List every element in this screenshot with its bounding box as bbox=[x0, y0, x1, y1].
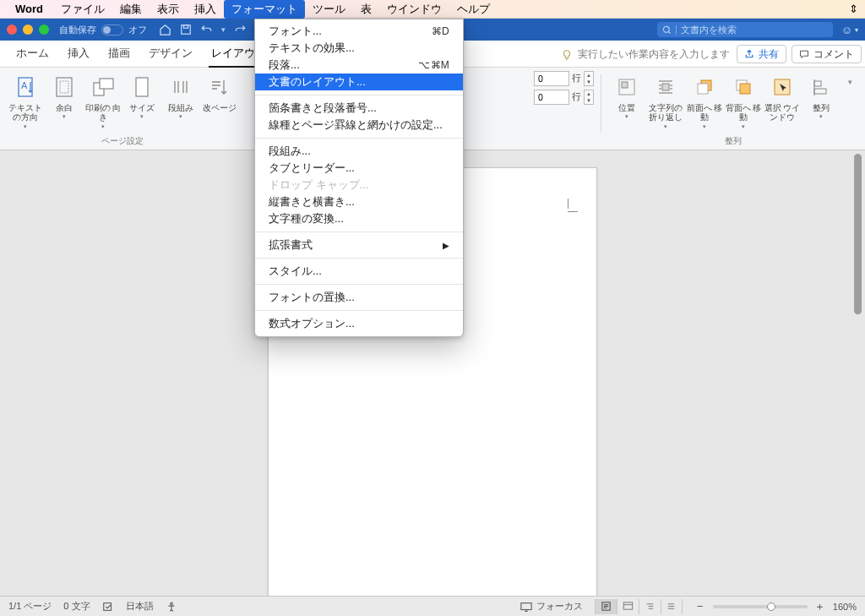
breaks-button[interactable]: 改ページ bbox=[201, 72, 238, 112]
selection-pane-button[interactable]: 選択 ウインドウ bbox=[764, 72, 801, 123]
tab-home[interactable]: ホーム bbox=[7, 41, 58, 67]
svg-text:A: A bbox=[21, 80, 28, 90]
svg-rect-5 bbox=[57, 78, 72, 96]
bring-forward-button[interactable]: 前面へ 移動▾ bbox=[686, 72, 723, 130]
feedback-button[interactable]: ☺ ▾ bbox=[841, 24, 858, 36]
svg-rect-6 bbox=[60, 81, 68, 93]
window-controls[interactable] bbox=[7, 25, 49, 35]
save-icon[interactable] bbox=[180, 24, 192, 35]
menu-item-label: 段落... bbox=[269, 57, 300, 73]
menu-window[interactable]: ウインドウ bbox=[379, 0, 449, 19]
zoom-in-button[interactable]: ＋ bbox=[814, 599, 826, 614]
share-button[interactable]: 共有 bbox=[737, 45, 786, 63]
menu-item-label: タブとリーダー... bbox=[269, 161, 355, 176]
language-indicator[interactable]: 日本語 bbox=[126, 600, 154, 613]
autosave-toggle[interactable]: 自動保存 オフ bbox=[59, 24, 147, 36]
format-menu-item-18[interactable]: フォントの置換... bbox=[255, 289, 463, 306]
spacing-before[interactable]: 行 ▲▼ bbox=[534, 71, 594, 86]
menu-edit[interactable]: 編集 bbox=[112, 0, 150, 19]
app-name[interactable]: Word bbox=[15, 3, 43, 15]
tab-insert[interactable]: 挿入 bbox=[58, 41, 99, 67]
format-menu-item-12[interactable]: 文字種の変換... bbox=[255, 210, 463, 227]
menu-tools[interactable]: ツール bbox=[305, 0, 353, 19]
menu-help[interactable]: ヘルプ bbox=[449, 0, 498, 19]
vertical-scrollbar[interactable] bbox=[851, 154, 863, 592]
view-outline[interactable] bbox=[639, 599, 661, 614]
redo-icon[interactable] bbox=[234, 24, 247, 35]
autosave-switch[interactable] bbox=[101, 25, 123, 35]
undo-chevron-icon[interactable]: ▾ bbox=[221, 25, 226, 34]
menu-insert[interactable]: 挿入 bbox=[187, 0, 224, 19]
format-menu-item-16[interactable]: スタイル... bbox=[255, 263, 463, 280]
word-count[interactable]: 0 文字 bbox=[63, 600, 90, 613]
search-input[interactable]: 文書内を検索 bbox=[657, 22, 833, 37]
bulb-icon bbox=[561, 49, 573, 61]
quick-access-toolbar: ▾ bbox=[159, 24, 247, 36]
mac-menubar: Word ファイル 編集 表示 挿入 フォーマット ツール 表 ウインドウ ヘル… bbox=[0, 0, 865, 19]
format-menu-item-1[interactable]: テキストの効果... bbox=[255, 40, 463, 57]
comment-button[interactable]: コメント bbox=[792, 45, 862, 63]
spacing-before-input[interactable] bbox=[534, 71, 569, 86]
tab-draw[interactable]: 描画 bbox=[99, 41, 139, 67]
spacing-after[interactable]: 行 ▲▼ bbox=[534, 90, 594, 105]
format-menu-item-11[interactable]: 縦書きと横書き... bbox=[255, 194, 463, 210]
spacing-after-input[interactable] bbox=[534, 90, 569, 105]
zoom-value[interactable]: 160% bbox=[833, 602, 857, 612]
view-buttons bbox=[595, 599, 683, 614]
format-menu-item-0[interactable]: フォント...⌘D bbox=[255, 23, 463, 40]
home-icon[interactable] bbox=[159, 24, 171, 36]
menu-shortcut: ⌥⌘M bbox=[418, 59, 449, 71]
format-menu-item-8[interactable]: 段組み... bbox=[255, 143, 463, 160]
menu-item-label: 箇条書きと段落番号... bbox=[269, 101, 377, 116]
format-menu-item-20[interactable]: 数式オプション... bbox=[255, 315, 463, 332]
spacing-before-spinner[interactable]: ▲▼ bbox=[584, 71, 594, 86]
position-label: 位置 bbox=[618, 103, 635, 112]
size-button[interactable]: サイズ▾ bbox=[123, 72, 160, 120]
format-menu-item-6[interactable]: 線種とページ罫線と網かけの設定... bbox=[255, 117, 463, 134]
svg-rect-9 bbox=[136, 78, 148, 96]
text-direction-button[interactable]: A テキスト の方向▾ bbox=[7, 72, 44, 130]
spellcheck-icon[interactable] bbox=[102, 601, 114, 613]
view-print-layout[interactable] bbox=[595, 599, 617, 614]
tab-design[interactable]: デザイン bbox=[139, 41, 202, 67]
wrap-text-button[interactable]: 文字列の 折り返し▾ bbox=[647, 72, 684, 130]
focus-mode[interactable]: フォーカス bbox=[520, 600, 583, 613]
align-button[interactable]: 整列▾ bbox=[802, 72, 840, 120]
svg-rect-31 bbox=[103, 602, 111, 610]
menu-item-label: 線種とページ罫線と網かけの設定... bbox=[269, 117, 443, 133]
spacing-after-unit: 行 bbox=[572, 91, 581, 103]
orientation-label: 印刷の 向き bbox=[84, 103, 122, 123]
accessibility-icon[interactable] bbox=[166, 601, 177, 613]
format-menu-item-5[interactable]: 箇条書きと段落番号... bbox=[255, 100, 463, 117]
page-count[interactable]: 1/1 ページ bbox=[8, 600, 52, 613]
margins-button[interactable]: 余白▾ bbox=[46, 72, 83, 120]
view-draft[interactable] bbox=[661, 599, 683, 614]
tell-me[interactable]: 実行したい作業内容を入力します bbox=[561, 42, 730, 67]
format-menu-item-3[interactable]: 文書のレイアウト... bbox=[255, 74, 463, 90]
format-menu-item-9[interactable]: タブとリーダー... bbox=[255, 160, 463, 177]
format-menu-item-14[interactable]: 拡張書式▶ bbox=[255, 237, 463, 253]
menu-format[interactable]: フォーマット bbox=[224, 0, 305, 19]
comment-label: コメント bbox=[813, 48, 854, 61]
undo-icon[interactable] bbox=[200, 24, 213, 35]
orientation-button[interactable]: 印刷の 向き▾ bbox=[84, 72, 122, 130]
send-backward-button[interactable]: 背面へ 移動▾ bbox=[725, 72, 762, 130]
position-button[interactable]: 位置▾ bbox=[608, 72, 645, 120]
menu-view[interactable]: 表示 bbox=[150, 0, 187, 19]
arrange-more-button[interactable]: ▾ bbox=[841, 72, 858, 90]
format-menu-item-2[interactable]: 段落...⌥⌘M bbox=[255, 57, 463, 74]
selection-pane-label: 選択 ウインドウ bbox=[764, 103, 801, 123]
page-setup-group-label: ページ設定 bbox=[7, 134, 238, 147]
zoom-out-button[interactable]: − bbox=[694, 600, 706, 613]
svg-rect-15 bbox=[622, 82, 628, 88]
menu-file[interactable]: ファイル bbox=[53, 0, 112, 19]
zoom-slider[interactable] bbox=[713, 605, 808, 608]
columns-button[interactable]: 段組み▾ bbox=[162, 72, 199, 120]
svg-rect-39 bbox=[623, 602, 632, 609]
menu-table[interactable]: 表 bbox=[353, 0, 379, 19]
spacing-after-spinner[interactable]: ▲▼ bbox=[584, 90, 594, 105]
menu-item-label: 縦書きと横書き... bbox=[269, 194, 355, 210]
fullscreen-icon[interactable]: ⇕ bbox=[849, 3, 858, 15]
menu-item-label: 段組み... bbox=[269, 144, 311, 159]
view-web-layout[interactable] bbox=[617, 599, 639, 614]
